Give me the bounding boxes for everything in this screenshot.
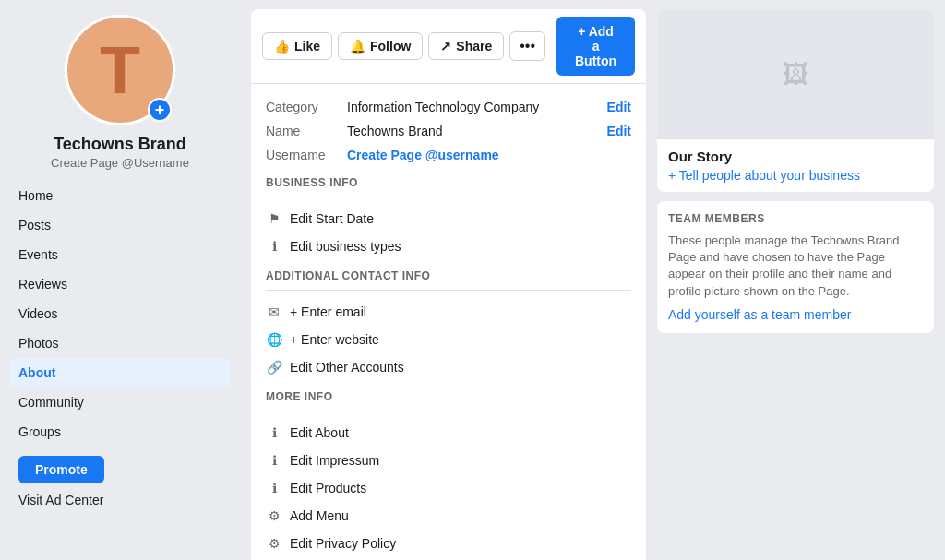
sidebar-item-photos[interactable]: Photos: [9, 328, 231, 358]
name-value: Techowns Brand: [347, 124, 600, 138]
add-team-member-link[interactable]: Add yourself as a team member: [668, 307, 923, 322]
center-column: 👍 Like 🔔 Follow ↗ Share ••• + Add a Butt…: [251, 9, 646, 560]
avatar-add-button[interactable]: +: [148, 98, 172, 122]
team-card: TEAM MEMBERS These people manage the Tec…: [657, 201, 934, 333]
name-row: Name Techowns Brand Edit: [266, 119, 631, 143]
like-button[interactable]: 👍 Like: [262, 32, 332, 60]
edit-about[interactable]: ℹ Edit About: [266, 419, 631, 447]
sidebar-item-videos[interactable]: Videos: [9, 299, 231, 328]
sidebar: T + Techowns Brand Create Page @Username…: [0, 0, 240, 560]
category-row: Category Information Technology Company …: [266, 95, 631, 119]
category-value: Information Technology Company: [347, 100, 600, 114]
team-title: TEAM MEMBERS: [668, 212, 923, 225]
add-menu[interactable]: ⚙ Add Menu: [266, 502, 631, 530]
divider-more: [266, 411, 631, 411]
add-a-button[interactable]: + Add a Button: [556, 17, 635, 76]
edit-impressum[interactable]: ℹ Edit Impressum: [266, 447, 631, 474]
category-label: Category: [266, 100, 340, 114]
gear-icon: ⚙: [266, 535, 282, 552]
more-options-button[interactable]: •••: [509, 31, 545, 61]
divider-business: [266, 197, 631, 197]
story-image-area[interactable]: 🖼: [657, 9, 934, 138]
share-button[interactable]: ↗ Share: [428, 32, 504, 60]
sidebar-item-home[interactable]: Home: [9, 181, 231, 210]
promote-button[interactable]: Promote: [18, 456, 104, 483]
link-icon: 🔗: [266, 359, 282, 375]
category-edit[interactable]: Edit: [607, 100, 631, 114]
enter-email[interactable]: ✉ + Enter email: [266, 298, 631, 326]
nav-list: Home Posts Events Reviews Videos Photos …: [9, 181, 231, 447]
envelope-icon: ✉: [266, 304, 282, 320]
name-edit[interactable]: Edit: [607, 124, 631, 138]
story-link[interactable]: + Tell people about your business: [668, 168, 923, 183]
info-section: Category Information Technology Company …: [251, 84, 646, 560]
story-card: 🖼 Our Story + Tell people about your bus…: [657, 9, 934, 192]
main-content: 👍 Like 🔔 Follow ↗ Share ••• + Add a Butt…: [240, 0, 945, 560]
sidebar-item-posts[interactable]: Posts: [9, 210, 231, 240]
enter-website[interactable]: 🌐 + Enter website: [266, 326, 631, 353]
name-label: Name: [266, 124, 340, 138]
sidebar-item-groups[interactable]: Groups: [9, 417, 231, 447]
flag-icon: ⚑: [266, 210, 282, 227]
story-title: Our Story: [668, 149, 923, 164]
team-description: These people manage the Techowns Brand P…: [668, 232, 923, 300]
right-column: 🖼 Our Story + Tell people about your bus…: [657, 9, 934, 560]
edit-start-date[interactable]: ⚑ Edit Start Date: [266, 205, 631, 232]
divider-contact: [266, 290, 631, 291]
edit-products[interactable]: ℹ Edit Products: [266, 474, 631, 502]
profile-section: T + Techowns Brand Create Page @Username: [9, 15, 231, 170]
username-value[interactable]: Create Page @username: [347, 148, 499, 162]
sidebar-item-community[interactable]: Community: [9, 387, 231, 417]
story-content: Our Story + Tell people about your busin…: [657, 138, 934, 192]
utensils-icon: ⚙: [266, 507, 282, 524]
visit-ad-center[interactable]: Visit Ad Center: [9, 489, 231, 511]
page-name: Techowns Brand: [54, 135, 186, 154]
share-icon: ↗: [440, 39, 451, 54]
info-circle-icon-about: ℹ: [266, 424, 282, 441]
username-label: Username: [266, 148, 340, 162]
username-row: Username Create Page @username: [266, 143, 631, 167]
edit-privacy-policy[interactable]: ⚙ Edit Privacy Policy: [266, 530, 631, 557]
globe-icon: 🌐: [266, 331, 282, 348]
business-info-title: BUSINESS INFO: [266, 176, 631, 189]
avatar-wrap: T +: [65, 15, 175, 125]
sidebar-item-about[interactable]: About: [9, 358, 231, 387]
sidebar-item-reviews[interactable]: Reviews: [9, 269, 231, 299]
follow-button[interactable]: 🔔 Follow: [338, 32, 423, 60]
additional-contact-title: ADDITIONAL CONTACT INFO: [266, 269, 631, 282]
action-bar: 👍 Like 🔔 Follow ↗ Share ••• + Add a Butt…: [251, 9, 646, 84]
edit-business-types[interactable]: ℹ Edit business types: [266, 232, 631, 260]
add-image-icon: 🖼: [783, 59, 808, 89]
info-circle-icon-impressum: ℹ: [266, 452, 282, 469]
info-icon: ℹ: [266, 238, 282, 255]
info-circle-icon-products: ℹ: [266, 480, 282, 496]
sidebar-item-events[interactable]: Events: [9, 240, 231, 269]
edit-other-accounts[interactable]: 🔗 Edit Other Accounts: [266, 353, 631, 381]
follow-icon: 🔔: [350, 39, 365, 54]
page-username[interactable]: Create Page @Username: [51, 156, 189, 170]
more-info-title: MORE INFO: [266, 390, 631, 403]
like-icon: 👍: [274, 39, 290, 54]
